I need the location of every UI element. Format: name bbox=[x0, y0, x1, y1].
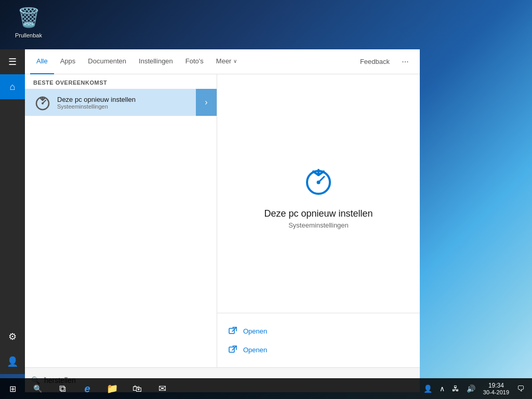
tray-person[interactable]: 👤 bbox=[420, 378, 436, 399]
result-reset-icon bbox=[33, 93, 52, 112]
hamburger-button[interactable]: ☰ bbox=[0, 49, 25, 74]
detail-panel: Deze pc opnieuw instellen Systeeminstell… bbox=[217, 74, 420, 367]
sound-icon: 🔊 bbox=[465, 384, 477, 393]
recyclebin-image: 🗑️ bbox=[16, 5, 41, 30]
mail-icon: ✉ bbox=[158, 383, 166, 394]
taskbar-search-button[interactable]: 🔍 bbox=[25, 378, 50, 399]
taskbar-mail[interactable]: ✉ bbox=[150, 378, 175, 399]
tab-settings[interactable]: Instellingen bbox=[132, 49, 179, 74]
more-dots-icon: ··· bbox=[402, 57, 408, 66]
taskbar-task-view[interactable]: ⧉ bbox=[50, 378, 75, 399]
recyclebin-icon[interactable]: 🗑️ Prullenbak bbox=[8, 5, 49, 38]
explorer-icon: 📁 bbox=[107, 383, 118, 394]
open-icon-1 bbox=[228, 326, 238, 336]
detail-actions: Openen Openen bbox=[217, 313, 420, 367]
chevron-up-icon: ∧ bbox=[438, 384, 446, 393]
detail-reset-icon bbox=[298, 158, 339, 200]
tray-network[interactable]: 🖧 bbox=[448, 378, 463, 399]
notification-icon: 🗨 bbox=[515, 384, 526, 393]
sidebar-bottom: ⚙ 👤 bbox=[0, 324, 25, 374]
hamburger-icon: ☰ bbox=[8, 56, 17, 68]
tab-apps[interactable]: Apps bbox=[54, 49, 82, 74]
tab-all[interactable]: Alle bbox=[30, 49, 54, 74]
clock[interactable]: 19:34 30-4-2019 bbox=[479, 382, 513, 395]
home-icon: ⌂ bbox=[10, 82, 16, 92]
sidebar-top: ☰ ⌂ bbox=[0, 49, 25, 99]
tab-more[interactable]: Meer ∨ bbox=[210, 49, 244, 74]
taskbar-items: ⧉ e 📁 🛍 ✉ bbox=[50, 378, 175, 399]
more-chevron-icon: ∨ bbox=[233, 58, 237, 64]
edge-icon: e bbox=[84, 383, 90, 395]
result-text: Deze pc opnieuw instellen Systeeminstell… bbox=[57, 96, 208, 110]
sidebar: ☰ ⌂ ⚙ 👤 bbox=[0, 49, 25, 374]
tab-bar: Alle Apps Documenten Instellingen Foto's… bbox=[25, 49, 420, 74]
result-title: Deze pc opnieuw instellen bbox=[57, 96, 208, 103]
settings-icon: ⚙ bbox=[8, 331, 17, 342]
store-icon: 🛍 bbox=[132, 383, 142, 394]
start-button[interactable]: ⊞ bbox=[0, 378, 25, 399]
tray-notification[interactable]: 🗨 bbox=[513, 378, 528, 399]
svg-point-5 bbox=[317, 180, 321, 184]
feedback-button[interactable]: Feedback bbox=[354, 49, 396, 74]
svg-point-2 bbox=[42, 102, 44, 104]
tray-chevron[interactable]: ∧ bbox=[436, 378, 448, 399]
tab-photos[interactable]: Foto's bbox=[179, 49, 210, 74]
taskbar: ⊞ 🔍 ⧉ e 📁 🛍 ✉ 👤 ∧ 🖧 🔊 bbox=[0, 378, 532, 399]
tray-sound[interactable]: 🔊 bbox=[463, 378, 479, 399]
result-arrow[interactable]: › bbox=[196, 89, 217, 116]
user-icon: 👤 bbox=[7, 356, 18, 367]
tab-documents[interactable]: Documenten bbox=[82, 49, 132, 74]
clock-time: 19:34 bbox=[488, 382, 504, 389]
action-open-2[interactable]: Openen bbox=[228, 340, 409, 359]
taskbar-search-icon: 🔍 bbox=[33, 384, 42, 393]
user-button[interactable]: 👤 bbox=[0, 349, 25, 374]
detail-title: Deze pc opnieuw instellen bbox=[264, 208, 373, 219]
result-item[interactable]: Deze pc opnieuw instellen Systeeminstell… bbox=[25, 89, 217, 116]
taskbar-explorer[interactable]: 📁 bbox=[100, 378, 125, 399]
taskbar-tray: 👤 ∧ 🖧 🔊 19:34 30-4-2019 🗨 bbox=[420, 378, 532, 399]
clock-date: 30-4-2019 bbox=[483, 389, 509, 395]
action-open-1[interactable]: Openen bbox=[228, 322, 409, 340]
search-panel: Alle Apps Documenten Instellingen Foto's… bbox=[25, 49, 420, 392]
recyclebin-label: Prullenbak bbox=[15, 32, 42, 38]
detail-subtitle: Systeeminstellingen bbox=[288, 221, 349, 229]
start-icon: ⊞ bbox=[9, 384, 16, 394]
more-options-button[interactable]: ··· bbox=[396, 52, 415, 71]
home-button[interactable]: ⌂ bbox=[0, 74, 25, 99]
section-header: Beste overeenkomst bbox=[25, 74, 217, 89]
results-panel: Beste overeenkomst Deze pc opnieuw inste… bbox=[25, 74, 217, 367]
settings-button[interactable]: ⚙ bbox=[0, 324, 25, 349]
result-subtitle: Systeeminstellingen bbox=[57, 103, 208, 110]
taskbar-store[interactable]: 🛍 bbox=[125, 378, 150, 399]
taskbar-edge[interactable]: e bbox=[75, 378, 100, 399]
network-icon: 🖧 bbox=[450, 384, 461, 393]
detail-top: Deze pc opnieuw instellen Systeeminstell… bbox=[217, 74, 420, 313]
task-view-icon: ⧉ bbox=[59, 383, 66, 394]
open-icon-2 bbox=[228, 344, 238, 355]
svg-rect-6 bbox=[229, 328, 234, 334]
person-icon: 👤 bbox=[422, 384, 434, 393]
search-content: Beste overeenkomst Deze pc opnieuw inste… bbox=[25, 74, 420, 367]
svg-rect-8 bbox=[229, 347, 234, 352]
